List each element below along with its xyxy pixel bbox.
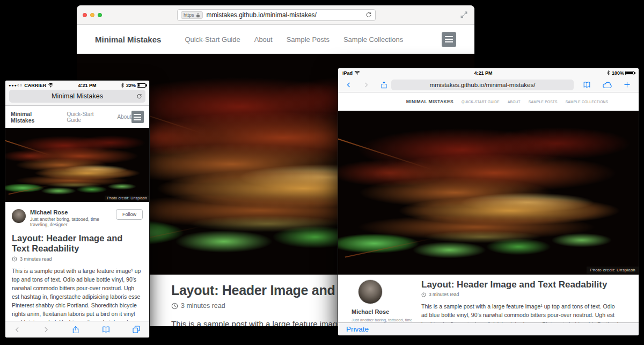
read-time: 3 minutes read [421,292,623,297]
battery-percent: 22% [126,83,136,88]
site-title[interactable]: Minimal Mistakes [11,111,54,124]
forward-icon[interactable] [42,326,49,334]
lock-icon [196,13,200,18]
site-title[interactable]: Minimal Mistakes [95,35,161,44]
tabs-icon[interactable] [132,325,141,334]
composite-stage: https mmistakes.github.io/minimal-mistak… [0,0,644,345]
author-bio: Just another boring, tattooed, time trav… [30,217,112,227]
back-icon[interactable] [346,81,352,89]
article-main: Layout: Header Image and Text Readabilit… [412,279,623,322]
hero-image: Photo credit: Unsplash [338,111,639,275]
nav-link-quickstart[interactable]: Quick-Start Guide [185,35,240,44]
forward-icon[interactable] [363,81,369,89]
iphone-status-bar: ●●●○○ CARRIER 4:21 PM 22% [5,81,149,90]
read-time: 3 minutes read [12,256,143,262]
bluetooth-icon [606,70,610,76]
https-badge: https [181,11,203,19]
window-controls [83,13,102,17]
nav-link-sample-posts[interactable]: Sample Posts [287,35,330,44]
private-browsing-bar: Private [338,322,639,335]
avatar [358,279,383,304]
ipad-address-field[interactable]: mmistakes.github.io/minimal-mistakes/ [391,80,574,90]
reload-icon[interactable] [136,94,142,99]
clock-icon [12,256,17,262]
back-icon[interactable] [14,326,21,334]
private-button[interactable]: Private [346,325,369,333]
author-card: Michael Rose Just another boring, tattoo… [12,209,143,227]
close-button[interactable] [83,13,87,17]
follow-button[interactable]: Follow [116,209,143,220]
minimize-button[interactable] [90,13,94,17]
nav-link-sample-posts[interactable]: Sample Posts [529,100,558,104]
maximize-button[interactable] [98,13,102,17]
author-name: Michael Rose [30,209,112,215]
author-card: Michael Rose Just another boring, tattoo… [352,279,412,322]
battery-icon [625,71,634,75]
address-bar[interactable]: https mmistakes.github.io/minimal-mistak… [177,9,376,21]
browser-chrome: https mmistakes.github.io/minimal-mistak… [77,5,474,25]
photo-credit: Photo credit: Unsplash [587,267,639,274]
nav-link-sample-collections[interactable]: Sample Collections [566,100,608,104]
battery-icon [137,83,146,88]
iphone-address-field[interactable]: Minimal Mistakes [9,90,145,103]
iphone-masthead: Minimal Mistakes Quick-Start Guide About [5,106,149,128]
share-icon[interactable] [71,325,80,334]
article-body: This is a sample post with a large featu… [421,302,623,322]
article-body: This is a sample post with a large featu… [12,267,143,321]
menu-toggle-button[interactable] [442,32,456,47]
photo-credit: Photo credit: Unsplash [105,196,149,200]
article: Michael Rose Just another boring, tattoo… [5,202,149,321]
signal-dots-icon: ●●●○○ [9,83,23,87]
wifi-icon [48,83,54,88]
status-time: 4:21 PM [360,70,606,76]
bluetooth-icon [121,82,125,88]
bookmarks-icon[interactable] [101,325,111,334]
article: Michael Rose Just another boring, tattoo… [338,275,639,322]
https-label: https [184,12,194,18]
url-text: mmistakes.github.io/minimal-mistakes/ [207,11,317,19]
battery-percent: 100% [612,70,624,76]
avatar [12,209,26,223]
clock-icon [421,292,426,297]
author-bio: Just another boring, tattooed, time trav… [352,318,412,322]
iphone-url-row: Minimal Mistakes [5,90,149,106]
nav-link-sample-collections[interactable]: Sample Collections [343,35,403,44]
ipad-status-bar: iPad 4:21 PM 100% [338,68,639,77]
wifi-icon [354,70,360,75]
hero-image: Photo credit: Unsplash [5,128,149,202]
icloud-tabs-icon[interactable] [602,81,612,89]
nav-link-about[interactable]: About [508,100,521,104]
article-title: Layout: Header Image and Text Readabilit… [12,233,135,254]
ipad-masthead: Minimal Mistakes Quick-Start Guide About… [338,92,639,111]
iphone-url-label: Minimal Mistakes [52,92,103,100]
nav-link-quickstart[interactable]: Quick-Start Guide [462,100,500,104]
share-icon[interactable] [380,81,388,89]
author-name: Michael Rose [352,308,412,315]
clock-icon [171,303,178,310]
status-time: 4:21 PM [54,83,121,88]
bookmarks-icon[interactable] [582,81,591,89]
nav-link-about[interactable]: About [118,114,131,120]
article-title: Layout: Header Image and Text Readabilit… [421,279,623,290]
new-tab-icon[interactable] [623,81,631,89]
reload-icon[interactable] [365,12,372,18]
ipad-safari: iPad 4:21 PM 100% mmistakes.github.io/mi… [338,68,639,335]
site-masthead: Minimal Mistakes Quick-Start Guide About… [77,25,474,54]
carrier-label: CARRIER [24,83,46,88]
menu-toggle-button[interactable] [131,111,144,123]
site-title[interactable]: Minimal Mistakes [406,99,453,104]
device-label: iPad [342,70,353,76]
nav-link-quickstart[interactable]: Quick-Start Guide [67,111,106,123]
nav-link-about[interactable]: About [254,35,273,44]
ipad-toolbar: mmistakes.github.io/minimal-mistakes/ [338,77,639,92]
iphone-safari: ●●●○○ CARRIER 4:21 PM 22% Minimal Mistak… [5,81,149,337]
fullscreen-icon[interactable] [460,11,468,19]
iphone-bottom-toolbar [5,321,149,337]
